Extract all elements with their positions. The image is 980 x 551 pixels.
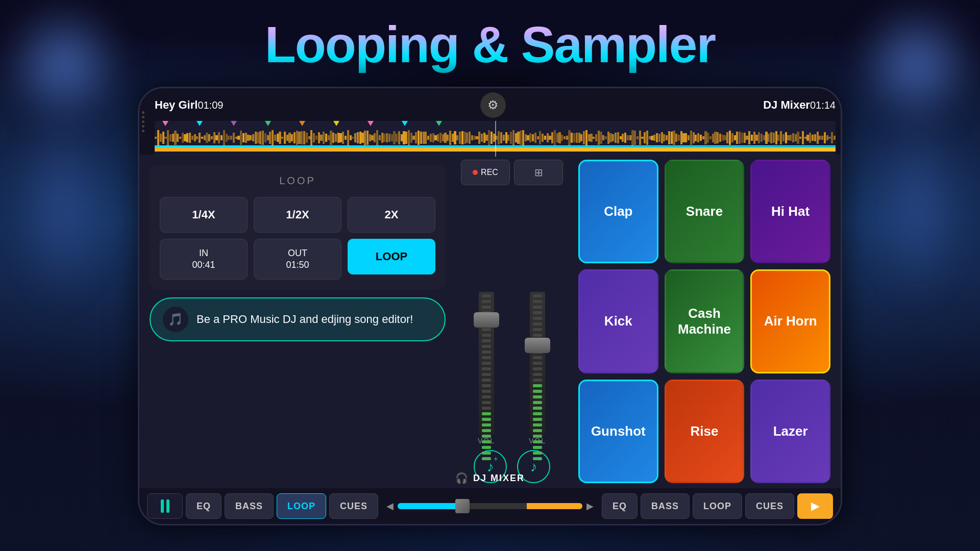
marker-cyan2 — [402, 121, 408, 126]
crossfader-right-arrow[interactable]: ▶ — [586, 500, 594, 512]
loop-info-row: IN 00:41 OUT 01:50 LOOP — [160, 239, 435, 280]
right-track-title: DJ Mixer — [763, 98, 810, 112]
waveform-dot — [142, 120, 144, 123]
left-panel: LOOP 1/4X 1/2X 2X IN 00:41 OUT 01:50 LOO… — [139, 155, 456, 488]
pad-clap[interactable]: Clap — [578, 160, 658, 263]
pause-icon — [161, 499, 169, 513]
pause-bar-right — [166, 499, 169, 513]
right-fader-container: VOL — [517, 292, 558, 445]
pad-cash-machine[interactable]: Cash Machine — [665, 269, 745, 373]
bottom-loop-right-btn[interactable]: LOOP — [693, 493, 742, 519]
marker-orange — [299, 121, 305, 126]
loop-multipliers-row: 1/4X 1/2X 2X — [160, 197, 435, 233]
bottom-eq-left-btn[interactable]: EQ — [186, 493, 222, 519]
bottom-bar: EQ BASS LOOP CUES ◀ ▶ EQ BASS LOOP CUES … — [139, 488, 841, 524]
waveform-dot — [142, 111, 144, 114]
pause-button[interactable] — [147, 493, 183, 519]
waveform-dot — [142, 116, 144, 118]
center-panel: REC ⊞ VOL — [456, 155, 568, 488]
right-track-time: 01:14 — [810, 99, 836, 111]
loop-section-title: LOOP — [160, 175, 435, 187]
grid-button[interactable]: ⊞ — [514, 160, 563, 185]
crossfader-section: ◀ ▶ — [381, 500, 599, 512]
right-fader-track — [530, 292, 545, 435]
marker-pink — [162, 121, 168, 126]
crossfader-right-fill — [527, 503, 582, 509]
rec-label: REC — [481, 168, 498, 177]
stage-light-mr — [873, 102, 965, 306]
loop-out-time: 01:50 — [286, 260, 309, 270]
pads-grid: ClapSnareHi HatKickCash MachineAir HornG… — [578, 160, 830, 483]
waveform-progress-line — [495, 121, 496, 157]
bottom-bass-left-btn[interactable]: BASS — [225, 493, 274, 519]
pad-rise[interactable]: Rise — [665, 380, 745, 483]
promo-text: Be a PRO Music DJ and edjing song editor… — [197, 313, 413, 326]
rec-controls: REC ⊞ — [456, 160, 568, 185]
marker-yellow — [333, 121, 339, 126]
loop-out-label: OUT — [288, 248, 307, 259]
crossfader-left-arrow[interactable]: ◀ — [386, 500, 394, 512]
bottom-cues-left-btn[interactable]: CUES — [329, 493, 378, 519]
page-title: Looping & Sampler — [265, 15, 716, 74]
crossfader-thumb[interactable] — [455, 499, 470, 513]
fader-area: VOL VOL — [456, 190, 568, 445]
stage-light-ml — [15, 102, 107, 306]
bottom-eq-right-btn[interactable]: EQ — [602, 493, 638, 519]
loop-out-btn[interactable]: OUT 01:50 — [254, 239, 341, 280]
right-fader-handle[interactable] — [525, 338, 550, 353]
waveform-dots — [139, 88, 150, 155]
grid-icon: ⊞ — [534, 166, 543, 179]
crossfader-left-fill — [398, 503, 462, 509]
dj-mixer-text: DJ MIXER — [473, 473, 525, 484]
add-right-icon: ♪+ — [530, 459, 537, 475]
waveform-track[interactable] — [155, 121, 836, 157]
pause-bar-left — [161, 499, 164, 513]
pad-kick[interactable]: Kick — [578, 269, 658, 373]
loop-in-time: 00:41 — [192, 260, 215, 270]
waveform-dot — [142, 125, 144, 128]
marker-green — [265, 121, 271, 126]
bottom-cues-right-btn[interactable]: CUES — [745, 493, 794, 519]
loop-half-btn[interactable]: 1/2X — [254, 197, 341, 233]
promo-icon: 🎵 — [163, 307, 188, 332]
bottom-bass-right-btn[interactable]: BASS — [641, 493, 690, 519]
loop-in-btn[interactable]: IN 00:41 — [160, 239, 248, 280]
waveform-dot — [142, 130, 144, 132]
left-track-title: Hey Girl — [155, 98, 198, 112]
bottom-loop-left-btn[interactable]: LOOP — [277, 493, 326, 519]
waveform-area: Hey Girl 01:09 ⚙ DJ Mixer 01:14 — [139, 88, 841, 155]
play-icon: ▶ — [811, 499, 820, 513]
headphone-icon: 🎧 — [455, 472, 469, 484]
loop-activate-btn[interactable]: LOOP — [348, 239, 435, 274]
pad-lazer[interactable]: Lazer — [750, 380, 830, 483]
play-button[interactable]: ▶ — [797, 493, 833, 519]
dj-mixer-label: 🎧 DJ MIXER — [455, 472, 525, 484]
marker-purple — [231, 121, 237, 126]
marker-cyan — [197, 121, 203, 126]
pad-snare[interactable]: Snare — [665, 160, 745, 263]
right-panel: ClapSnareHi HatKickCash MachineAir HornG… — [568, 155, 841, 488]
main-content: LOOP 1/4X 1/2X 2X IN 00:41 OUT 01:50 LOO… — [139, 155, 841, 488]
rec-button[interactable]: REC — [461, 160, 510, 185]
loop-double-btn[interactable]: 2X — [348, 197, 435, 233]
left-fader-container: VOL — [466, 292, 507, 445]
rec-dot — [473, 170, 478, 175]
loop-quarter-btn[interactable]: 1/4X — [160, 197, 248, 233]
pad-air-horn[interactable]: Air Horn — [750, 269, 830, 373]
pad-hi-hat[interactable]: Hi Hat — [750, 160, 830, 263]
promo-banner: 🎵 Be a PRO Music DJ and edjing song edit… — [150, 297, 446, 341]
loop-in-label: IN — [199, 248, 208, 259]
pad-gunshot[interactable]: Gunshot — [578, 380, 658, 483]
device-frame: Hey Girl 01:09 ⚙ DJ Mixer 01:14 — [138, 87, 842, 525]
marker-pink2 — [368, 121, 374, 126]
crossfader-track[interactable] — [398, 503, 582, 509]
marker-green2 — [436, 121, 442, 126]
settings-button[interactable]: ⚙ — [480, 92, 506, 118]
loop-section: LOOP 1/4X 1/2X 2X IN 00:41 OUT 01:50 LOO… — [150, 165, 446, 290]
left-fader-handle[interactable] — [474, 312, 499, 328]
left-track-time: 01:09 — [198, 99, 223, 111]
waveform-content: Hey Girl 01:09 ⚙ DJ Mixer 01:14 — [150, 88, 841, 155]
waveform-header: Hey Girl 01:09 ⚙ DJ Mixer 01:14 — [155, 92, 836, 118]
